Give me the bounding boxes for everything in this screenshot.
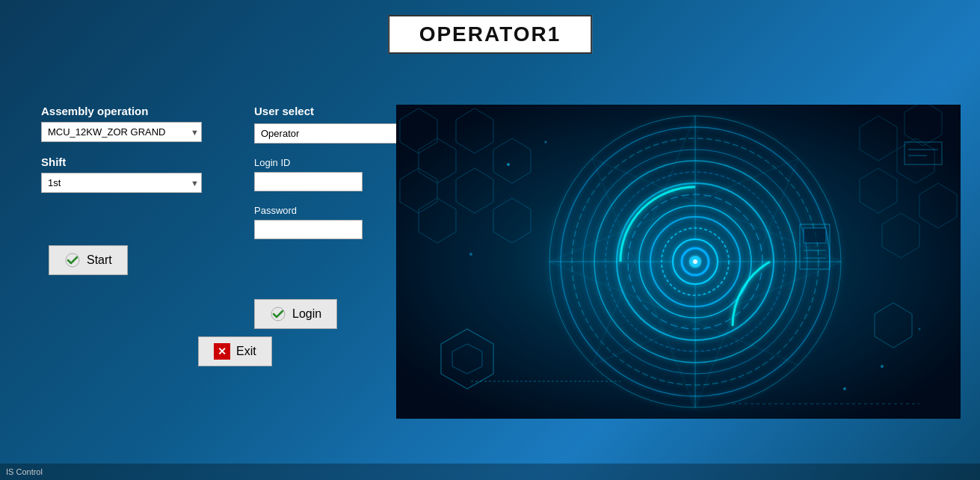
- middle-panel: User select Operator Admin Supervisor ▼ …: [254, 105, 374, 329]
- shift-label: Shift: [41, 156, 213, 168]
- shift-select[interactable]: 1st 2nd 3rd: [41, 173, 202, 193]
- status-bar: IS Control: [0, 464, 980, 480]
- login-id-label: Login ID: [254, 157, 374, 168]
- start-button[interactable]: Start: [49, 245, 128, 275]
- password-input[interactable]: [254, 220, 363, 239]
- user-select-label: User select: [254, 105, 374, 117]
- login-label: Login: [292, 307, 321, 321]
- assembly-select[interactable]: MCU_12KW_ZOR GRAND: [41, 122, 202, 142]
- user-select-wrapper: Operator Admin Supervisor ▼: [254, 123, 415, 144]
- login-check-icon: [270, 306, 286, 322]
- svg-rect-61: [396, 105, 961, 419]
- title-box: OPERATOR1: [388, 15, 593, 54]
- exit-x-icon: ✕: [214, 343, 230, 360]
- tech-image-panel: [396, 105, 961, 419]
- login-id-input[interactable]: [254, 172, 363, 191]
- tech-graphic: [396, 105, 961, 419]
- start-check-icon: [64, 252, 81, 268]
- status-text: IS Control: [6, 467, 43, 476]
- page-title: OPERATOR1: [419, 22, 561, 46]
- assembly-label: Assembly operation: [41, 105, 213, 117]
- user-select[interactable]: Operator Admin Supervisor: [254, 123, 415, 144]
- start-label: Start: [87, 253, 112, 267]
- shift-select-wrapper: 1st 2nd 3rd ▼: [41, 173, 202, 193]
- left-panel: Assembly operation MCU_12KW_ZOR GRAND ▼ …: [41, 105, 213, 275]
- exit-button[interactable]: ✕ Exit: [198, 336, 272, 366]
- login-button[interactable]: Login: [254, 299, 337, 329]
- assembly-select-wrapper: MCU_12KW_ZOR GRAND ▼: [41, 122, 202, 142]
- password-label: Password: [254, 205, 374, 216]
- exit-label: Exit: [236, 345, 256, 358]
